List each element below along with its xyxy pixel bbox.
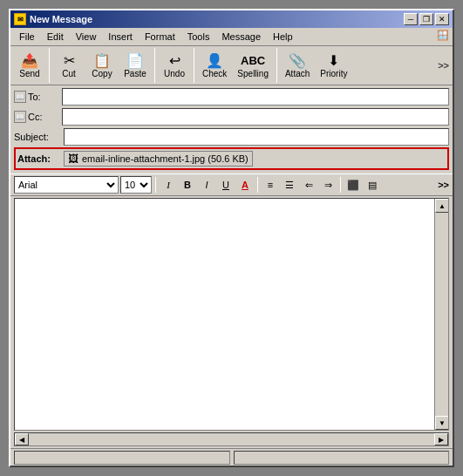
- toolbar-overflow[interactable]: >>: [438, 60, 449, 71]
- cc-row: 📖 Cc:: [14, 107, 449, 126]
- format-overflow[interactable]: >>: [438, 180, 449, 190]
- check-button[interactable]: 👤 Check: [198, 51, 231, 81]
- cc-input[interactable]: [62, 108, 449, 126]
- cut-label: Cut: [62, 69, 76, 78]
- menu-insert[interactable]: Insert: [103, 30, 138, 44]
- attach-icon: 📎: [289, 53, 306, 69]
- undo-label: Undo: [164, 69, 185, 78]
- check-icon: 👤: [206, 53, 223, 69]
- align-right-button[interactable]: ▤: [364, 176, 381, 194]
- copy-label: Copy: [92, 69, 112, 78]
- new-message-window: ✉ New Message ─ ❐ ✕ File Edit View Inser…: [9, 9, 454, 467]
- priority-icon: ⬇: [328, 53, 339, 69]
- copy-button[interactable]: 📋 Copy: [86, 51, 118, 81]
- ordered-list-button[interactable]: ☰: [281, 176, 298, 194]
- to-input[interactable]: [62, 88, 449, 105]
- horizontal-scrollbar[interactable]: ◀ ▶: [14, 432, 449, 446]
- subject-label: Subject:: [14, 132, 62, 142]
- minimize-button[interactable]: ─: [404, 13, 418, 25]
- menu-edit[interactable]: Edit: [42, 30, 69, 44]
- to-row: 📖 To:: [14, 87, 449, 106]
- toolbar: 📤 Send ✂ Cut 📋 Copy 📄 Paste ↩ Undo 👤 Che…: [10, 46, 453, 85]
- status-bar: [10, 448, 453, 466]
- message-body-input[interactable]: [15, 199, 434, 430]
- font-select[interactable]: Arial: [14, 176, 119, 194]
- title-bar-buttons: ─ ❐ ✕: [404, 13, 449, 25]
- format-toolbar: Arial 10 I B I U A ≡ ☰ ⇐ ⇒ ⬛ ▤ >>: [10, 173, 453, 196]
- font-size-select[interactable]: 10: [120, 176, 152, 194]
- toolbar-separator-1: [49, 48, 50, 83]
- attach-button[interactable]: 📎 Attach: [281, 51, 314, 81]
- attachment-file[interactable]: 🖼 email-inline-attachment-1.jpg (50.6 KB…: [64, 151, 253, 167]
- cut-icon: ✂: [64, 53, 75, 69]
- paste-label: Paste: [124, 69, 146, 78]
- file-icon: 🖼: [68, 153, 78, 165]
- fmt-separator-1: [155, 177, 156, 193]
- cut-button[interactable]: ✂ Cut: [53, 51, 85, 81]
- message-body-area[interactable]: ▲ ▼: [14, 198, 449, 431]
- attach-row: Attach: 🖼 email-inline-attachment-1.jpg …: [14, 147, 449, 170]
- restore-button[interactable]: ❐: [419, 13, 433, 25]
- toolbar-separator-3: [194, 48, 194, 83]
- toolbar-separator-2: [154, 48, 155, 83]
- font-style-italic-button[interactable]: I: [160, 176, 177, 194]
- spelling-icon: ABC: [241, 53, 265, 69]
- underline-button[interactable]: U: [217, 176, 235, 194]
- menu-bar: File Edit View Insert Format Tools Messa…: [10, 28, 453, 46]
- close-button[interactable]: ✕: [435, 13, 449, 25]
- menu-message[interactable]: Message: [216, 30, 266, 44]
- unordered-list-button[interactable]: ≡: [262, 176, 279, 194]
- fmt-separator-2: [257, 177, 258, 193]
- decrease-indent-button[interactable]: ⇐: [300, 176, 317, 194]
- fields-area: 📖 To: 📖 Cc: Subject: Attach:: [10, 85, 453, 173]
- priority-button[interactable]: ⬇ Priority: [316, 51, 351, 81]
- title-bar: ✉ New Message ─ ❐ ✕: [10, 10, 453, 28]
- menu-format[interactable]: Format: [140, 30, 180, 44]
- scroll-up-button[interactable]: ▲: [435, 199, 449, 213]
- windows-logo: 🪟: [437, 30, 449, 44]
- to-book-icon[interactable]: 📖: [14, 91, 26, 103]
- copy-icon: 📋: [93, 53, 111, 69]
- spelling-label: Spelling: [237, 69, 269, 78]
- menu-tools[interactable]: Tools: [182, 30, 215, 44]
- attach-label: Attach: [285, 69, 310, 78]
- cc-book-icon[interactable]: 📖: [14, 111, 26, 123]
- attachment-filename: email-inline-attachment-1.jpg (50.6 KB): [82, 153, 249, 164]
- vertical-scrollbar[interactable]: ▲ ▼: [434, 199, 448, 430]
- scroll-right-button[interactable]: ▶: [434, 433, 448, 445]
- send-button[interactable]: 📤 Send: [14, 51, 45, 81]
- italic-button[interactable]: I: [198, 176, 215, 194]
- status-section-1: [14, 451, 230, 465]
- paste-icon: 📄: [126, 53, 144, 69]
- priority-label: Priority: [320, 69, 347, 78]
- undo-icon: ↩: [169, 53, 180, 69]
- window-icon: ✉: [14, 13, 26, 25]
- window-title: New Message: [30, 14, 404, 24]
- attach-field-label: Attach:: [17, 153, 64, 164]
- align-left-button[interactable]: ⬛: [344, 176, 362, 194]
- paste-button[interactable]: 📄 Paste: [119, 51, 151, 81]
- scroll-track[interactable]: [435, 213, 448, 416]
- menu-view[interactable]: View: [71, 30, 102, 44]
- check-label: Check: [202, 69, 227, 78]
- scroll-down-button[interactable]: ▼: [435, 416, 449, 430]
- send-label: Send: [19, 69, 39, 78]
- subject-row: Subject:: [14, 127, 449, 146]
- font-color-button[interactable]: A: [236, 176, 254, 194]
- subject-input[interactable]: [64, 128, 449, 146]
- menu-file[interactable]: File: [14, 30, 40, 44]
- bold-button[interactable]: B: [179, 176, 196, 194]
- menu-help[interactable]: Help: [268, 30, 298, 44]
- undo-button[interactable]: ↩ Undo: [159, 51, 190, 81]
- fmt-separator-3: [340, 177, 341, 193]
- toolbar-separator-4: [276, 48, 277, 83]
- send-icon: 📤: [21, 53, 38, 69]
- to-label: 📖 To:: [14, 91, 62, 103]
- cc-label: 📖 Cc:: [14, 111, 62, 123]
- spelling-button[interactable]: ABC Spelling: [233, 51, 273, 81]
- status-section-2: [234, 451, 450, 465]
- scroll-left-button[interactable]: ◀: [15, 433, 29, 445]
- increase-indent-button[interactable]: ⇒: [319, 176, 337, 194]
